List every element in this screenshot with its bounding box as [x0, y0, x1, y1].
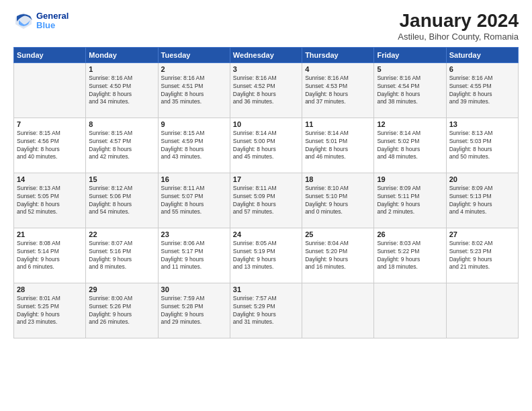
day-number: 26 — [377, 230, 443, 238]
day-info: Sunrise: 8:10 AM Sunset: 5:10 PM Dayligh… — [305, 185, 371, 217]
day-number: 30 — [161, 285, 227, 293]
day-info: Sunrise: 8:14 AM Sunset: 5:00 PM Dayligh… — [233, 130, 299, 162]
subtitle: Astileu, Bihor County, Romania — [398, 32, 519, 42]
calendar-cell: 9Sunrise: 8:15 AM Sunset: 4:59 PM Daylig… — [158, 118, 230, 173]
logo-icon — [13, 11, 34, 31]
day-info: Sunrise: 8:02 AM Sunset: 5:23 PM Dayligh… — [449, 240, 515, 272]
day-info: Sunrise: 8:16 AM Sunset: 4:55 PM Dayligh… — [449, 75, 515, 107]
header-cell-sunday: Sunday — [14, 47, 86, 62]
header-cell-wednesday: Wednesday — [230, 47, 302, 62]
header-cell-thursday: Thursday — [302, 47, 374, 62]
header-cell-saturday: Saturday — [446, 47, 518, 62]
calendar-cell: 3Sunrise: 8:16 AM Sunset: 4:52 PM Daylig… — [230, 62, 302, 118]
day-info: Sunrise: 8:16 AM Sunset: 4:52 PM Dayligh… — [233, 75, 299, 107]
calendar-cell: 30Sunrise: 7:59 AM Sunset: 5:28 PM Dayli… — [158, 283, 230, 338]
day-info: Sunrise: 8:01 AM Sunset: 5:25 PM Dayligh… — [17, 295, 83, 327]
day-info: Sunrise: 8:16 AM Sunset: 4:50 PM Dayligh… — [89, 75, 154, 107]
calendar-cell — [14, 62, 86, 118]
header: General Blue January 2024 Astileu, Bihor… — [13, 11, 519, 42]
day-info: Sunrise: 8:16 AM Sunset: 4:54 PM Dayligh… — [377, 75, 443, 107]
day-number: 17 — [233, 175, 299, 183]
title-block: January 2024 Astileu, Bihor County, Roma… — [398, 11, 519, 42]
calendar-cell — [446, 283, 518, 338]
calendar-table: SundayMondayTuesdayWednesdayThursdayFrid… — [13, 47, 519, 338]
day-number: 14 — [17, 175, 83, 183]
day-number: 31 — [233, 285, 299, 293]
calendar-cell: 22Sunrise: 8:07 AM Sunset: 5:16 PM Dayli… — [86, 228, 158, 283]
calendar-cell: 19Sunrise: 8:09 AM Sunset: 5:11 PM Dayli… — [374, 173, 446, 228]
day-info: Sunrise: 8:15 AM Sunset: 4:57 PM Dayligh… — [89, 130, 154, 162]
calendar-cell: 26Sunrise: 8:03 AM Sunset: 5:22 PM Dayli… — [374, 228, 446, 283]
calendar-cell: 17Sunrise: 8:11 AM Sunset: 5:09 PM Dayli… — [230, 173, 302, 228]
logo: General Blue — [13, 11, 69, 31]
header-cell-tuesday: Tuesday — [158, 47, 230, 62]
day-info: Sunrise: 8:05 AM Sunset: 5:19 PM Dayligh… — [233, 240, 299, 272]
day-info: Sunrise: 8:00 AM Sunset: 5:26 PM Dayligh… — [89, 295, 154, 327]
day-number: 27 — [449, 230, 515, 238]
calendar-cell: 18Sunrise: 8:10 AM Sunset: 5:10 PM Dayli… — [302, 173, 374, 228]
day-number: 9 — [161, 120, 227, 128]
calendar-cell: 21Sunrise: 8:08 AM Sunset: 5:14 PM Dayli… — [14, 228, 86, 283]
day-info: Sunrise: 7:59 AM Sunset: 5:28 PM Dayligh… — [161, 295, 227, 327]
week-row-2: 14Sunrise: 8:13 AM Sunset: 5:05 PM Dayli… — [14, 173, 519, 228]
calendar-cell: 5Sunrise: 8:16 AM Sunset: 4:54 PM Daylig… — [374, 62, 446, 118]
week-row-3: 21Sunrise: 8:08 AM Sunset: 5:14 PM Dayli… — [14, 228, 519, 283]
calendar-cell: 14Sunrise: 8:13 AM Sunset: 5:05 PM Dayli… — [14, 173, 86, 228]
day-number: 21 — [17, 230, 83, 238]
week-row-0: 1Sunrise: 8:16 AM Sunset: 4:50 PM Daylig… — [14, 62, 519, 118]
day-number: 4 — [305, 65, 371, 73]
day-number: 1 — [89, 65, 154, 73]
day-info: Sunrise: 8:16 AM Sunset: 4:51 PM Dayligh… — [161, 75, 227, 107]
day-number: 5 — [377, 65, 443, 73]
day-info: Sunrise: 8:08 AM Sunset: 5:14 PM Dayligh… — [17, 240, 83, 272]
day-number: 22 — [89, 230, 154, 238]
day-number: 18 — [305, 175, 371, 183]
day-number: 15 — [89, 175, 154, 183]
day-info: Sunrise: 8:09 AM Sunset: 5:11 PM Dayligh… — [377, 185, 443, 217]
header-cell-friday: Friday — [374, 47, 446, 62]
calendar-cell: 23Sunrise: 8:06 AM Sunset: 5:17 PM Dayli… — [158, 228, 230, 283]
calendar-cell: 11Sunrise: 8:14 AM Sunset: 5:01 PM Dayli… — [302, 118, 374, 173]
day-info: Sunrise: 8:06 AM Sunset: 5:17 PM Dayligh… — [161, 240, 227, 272]
day-info: Sunrise: 8:11 AM Sunset: 5:09 PM Dayligh… — [233, 185, 299, 217]
day-info: Sunrise: 8:13 AM Sunset: 5:05 PM Dayligh… — [17, 185, 83, 217]
day-info: Sunrise: 8:09 AM Sunset: 5:13 PM Dayligh… — [449, 185, 515, 217]
day-info: Sunrise: 8:11 AM Sunset: 5:07 PM Dayligh… — [161, 185, 227, 217]
day-number: 24 — [233, 230, 299, 238]
header-cell-monday: Monday — [86, 47, 158, 62]
calendar-cell: 1Sunrise: 8:16 AM Sunset: 4:50 PM Daylig… — [86, 62, 158, 118]
day-number: 8 — [89, 120, 154, 128]
calendar-cell: 4Sunrise: 8:16 AM Sunset: 4:53 PM Daylig… — [302, 62, 374, 118]
day-number: 10 — [233, 120, 299, 128]
calendar-cell — [302, 283, 374, 338]
calendar-cell: 27Sunrise: 8:02 AM Sunset: 5:23 PM Dayli… — [446, 228, 518, 283]
header-row: SundayMondayTuesdayWednesdayThursdayFrid… — [14, 47, 519, 62]
day-info: Sunrise: 8:15 AM Sunset: 4:59 PM Dayligh… — [161, 130, 227, 162]
calendar-cell: 2Sunrise: 8:16 AM Sunset: 4:51 PM Daylig… — [158, 62, 230, 118]
day-number: 16 — [161, 175, 227, 183]
day-info: Sunrise: 8:12 AM Sunset: 5:06 PM Dayligh… — [89, 185, 154, 217]
week-row-4: 28Sunrise: 8:01 AM Sunset: 5:25 PM Dayli… — [14, 283, 519, 338]
day-number: 13 — [449, 120, 515, 128]
day-number: 11 — [305, 120, 371, 128]
calendar-cell — [374, 283, 446, 338]
day-number: 19 — [377, 175, 443, 183]
day-info: Sunrise: 8:03 AM Sunset: 5:22 PM Dayligh… — [377, 240, 443, 272]
calendar-cell: 13Sunrise: 8:13 AM Sunset: 5:03 PM Dayli… — [446, 118, 518, 173]
day-info: Sunrise: 8:14 AM Sunset: 5:01 PM Dayligh… — [305, 130, 371, 162]
calendar-cell: 8Sunrise: 8:15 AM Sunset: 4:57 PM Daylig… — [86, 118, 158, 173]
day-number: 29 — [89, 285, 154, 293]
day-info: Sunrise: 7:57 AM Sunset: 5:29 PM Dayligh… — [233, 295, 299, 327]
calendar-cell: 29Sunrise: 8:00 AM Sunset: 5:26 PM Dayli… — [86, 283, 158, 338]
day-number: 23 — [161, 230, 227, 238]
logo-text: General Blue — [36, 11, 69, 31]
day-info: Sunrise: 8:14 AM Sunset: 5:02 PM Dayligh… — [377, 130, 443, 162]
day-info: Sunrise: 8:15 AM Sunset: 4:56 PM Dayligh… — [17, 130, 83, 162]
day-number: 2 — [161, 65, 227, 73]
day-number: 25 — [305, 230, 371, 238]
day-number: 12 — [377, 120, 443, 128]
day-info: Sunrise: 8:04 AM Sunset: 5:20 PM Dayligh… — [305, 240, 371, 272]
page: General Blue January 2024 Astileu, Bihor… — [0, 0, 532, 411]
calendar-cell: 28Sunrise: 8:01 AM Sunset: 5:25 PM Dayli… — [14, 283, 86, 338]
calendar-cell: 12Sunrise: 8:14 AM Sunset: 5:02 PM Dayli… — [374, 118, 446, 173]
